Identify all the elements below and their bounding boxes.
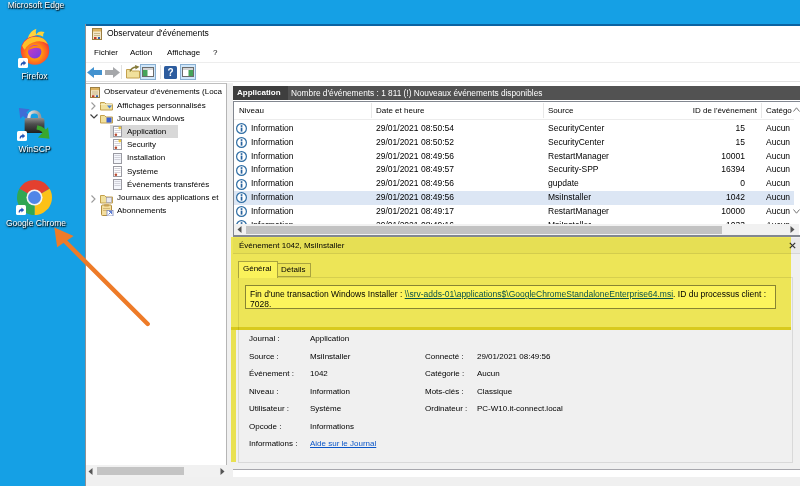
- svg-text:?: ?: [167, 67, 173, 78]
